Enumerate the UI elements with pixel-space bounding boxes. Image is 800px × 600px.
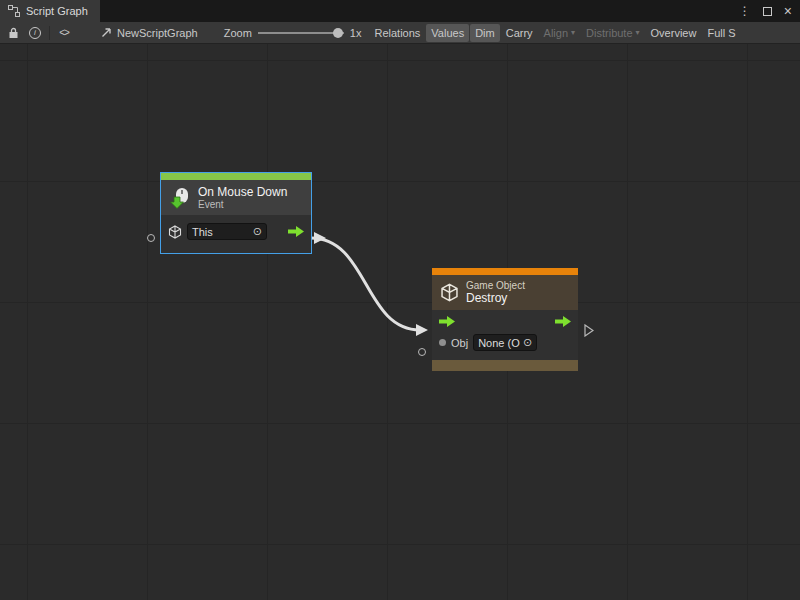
graph-canvas[interactable]: On Mouse Down Event This ⊙ [0,44,800,600]
node-category: Game Object [466,280,525,291]
node-title: On Mouse Down [198,185,287,199]
graph-name: NewScriptGraph [117,27,198,39]
button-dim[interactable]: Dim [470,24,500,42]
button-fullscreen[interactable]: Full S [702,24,740,42]
close-icon[interactable]: × [784,4,792,18]
chevron-down-icon: ▾ [636,28,640,37]
node-title: Destroy [466,291,525,305]
toolbar-separator [49,26,50,40]
node-destroy[interactable]: Game Object Destroy Obj None (O ⊙ [432,268,578,371]
node-on-mouse-down[interactable]: On Mouse Down Event This ⊙ [161,173,311,253]
node-footer [432,360,578,371]
button-relations[interactable]: Relations [369,24,425,42]
zoom-knob[interactable] [333,28,343,38]
obj-field[interactable]: None (O ⊙ [473,334,537,351]
node-header[interactable]: On Mouse Down Event [161,180,311,215]
window-menu-icon[interactable]: ⋮ [739,5,751,17]
mouse-down-event-icon [169,187,191,209]
toolbar-buttons: Relations Values Dim Carry Align ▾ Distr… [369,24,741,42]
destroy-accent-strip [432,268,578,275]
gameobject-icon [168,225,182,239]
target-field[interactable]: This ⊙ [187,223,267,240]
node-header[interactable]: Game Object Destroy [432,275,578,310]
zoom-slider[interactable] [258,32,344,34]
button-overview[interactable]: Overview [646,24,702,42]
graph-asset-icon [101,27,112,38]
chevron-down-icon: ▾ [571,28,575,37]
button-align[interactable]: Align ▾ [539,24,580,42]
flow-output-port[interactable] [555,316,571,327]
node-subtitle: Event [198,199,287,210]
maximize-icon[interactable] [763,7,772,16]
destroy-obj-port[interactable] [418,348,426,356]
tab-title: Script Graph [26,5,88,17]
gameobject-icon [440,283,459,302]
event-target-port[interactable] [147,234,155,242]
unconnected-port-triangle[interactable] [584,324,594,337]
tab-script-graph[interactable]: Script Graph [0,0,100,22]
lock-icon[interactable] [2,22,24,44]
info-icon[interactable]: i [24,22,46,44]
param-label: Obj [451,337,468,349]
flow-output-port[interactable] [288,226,304,237]
graph-toolbar: i <> NewScriptGraph Zoom 1x Relations Va… [0,22,800,44]
graph-breadcrumb[interactable]: NewScriptGraph [101,27,198,39]
code-icon[interactable]: <> [53,22,75,44]
zoom-value: 1x [350,27,362,39]
object-picker-icon[interactable]: ⊙ [253,225,262,238]
tab-bar: Script Graph ⋮ × [0,0,800,22]
zoom-label: Zoom [224,27,252,39]
value-port-dot[interactable] [439,339,446,346]
button-distribute[interactable]: Distribute ▾ [581,24,644,42]
button-carry[interactable]: Carry [501,24,538,42]
connection-wire [0,44,800,600]
event-accent-strip [161,173,311,180]
flow-input-port[interactable] [439,316,455,327]
graph-tab-icon [8,5,20,17]
button-values[interactable]: Values [426,24,469,42]
object-picker-icon[interactable]: ⊙ [523,336,532,349]
